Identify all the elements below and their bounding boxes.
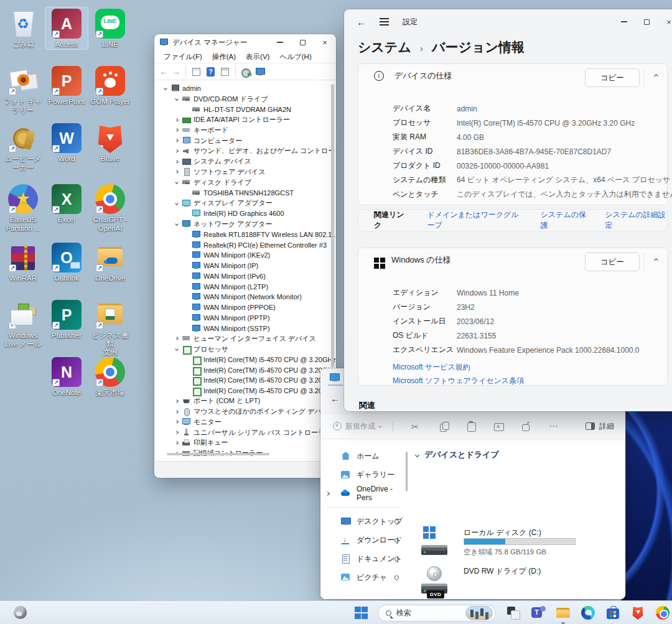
device-tree-item[interactable]: Intel(R) HD Graphics 4600 [192,208,335,219]
desktop-icon-access[interactable]: Access [45,7,88,49]
license-link[interactable]: Microsoft サービス規約 [393,362,524,373]
back-icon[interactable]: ← [330,393,340,404]
menu-item[interactable]: ファイル(F) [159,51,207,63]
device-tree-item[interactable]: WAN Miniport (L2TP) [192,281,335,292]
desktop-icon-movie-maker[interactable]: ムービーメーカー [2,122,44,172]
device-tree-item[interactable]: WAN Miniport (PPTP) [192,313,335,324]
desktop-icon-winrar[interactable]: WinRAR [2,241,44,283]
desktop-icon-publisher[interactable]: Publisher [45,299,88,340]
expand-chevron-icon[interactable] [171,421,182,423]
device-tree-item[interactable]: ネットワーク アダプター [171,219,335,230]
device-tree-item[interactable]: ヒューマン インターフェイス デバイス [171,333,335,344]
devices-icon[interactable] [255,67,266,77]
desktop-icon-line[interactable]: LINE [89,7,131,49]
details-view-button[interactable]: 詳細 [586,421,614,432]
desktop-icon-onedrive[interactable]: OneDrive [89,241,131,283]
device-manager-titlebar[interactable]: デバイス マネージャー × [154,34,336,50]
device-tree-item[interactable]: Intel(R) Core(TM) i5-4570 CPU @ 3.20GHz [192,386,335,396]
device-tree-item[interactable]: ディスプレイ アダプター [171,198,335,208]
desktop-icon-excel[interactable]: Excel [45,183,88,225]
expand-chevron-icon[interactable] [160,87,171,90]
close-button[interactable]: × [314,34,336,50]
console-tree-icon[interactable] [191,67,202,77]
related-link[interactable]: システムの詳細設定 [605,210,667,231]
scan-hardware-icon[interactable] [241,67,251,77]
desktop-icon-recycle-bin[interactable]: ごみ箱 [2,7,44,49]
start-button[interactable] [355,607,368,620]
device-tree-item[interactable]: ディスク ドライブ [171,177,335,188]
rename-icon[interactable] [493,421,504,432]
back-icon[interactable]: ← [357,17,366,27]
close-button[interactable]: × [658,9,672,34]
file-explorer-icon[interactable] [556,605,571,620]
license-link[interactable]: Microsoft ソフトウェアライセンス条項 [393,376,524,386]
expand-chevron-icon[interactable] [171,119,182,121]
device-tree-item[interactable]: WAN Miniport (IKEv2) [192,250,335,261]
device-tree-item[interactable]: Realtek RTL8188FTV Wireless LAN 802.11n [192,230,335,240]
more-options-icon[interactable] [548,421,559,432]
device-tree-item[interactable]: Intel(R) Core(TM) i5-4570 CPU @ 3.20GHz [192,355,335,365]
sidebar-item-picture[interactable]: ピクチャ [320,568,408,587]
minimize-button[interactable] [269,34,291,50]
copy-icon[interactable] [439,421,449,432]
device-tree-item[interactable]: ソフトウェア デバイス [171,167,335,177]
properties-icon[interactable] [220,67,230,77]
copy-button[interactable]: コピー [585,68,640,87]
device-tree-item[interactable]: モニター [171,417,335,427]
device-tree-item[interactable]: Intel(R) Core(TM) i5-4570 CPU @ 3.20GHz [192,365,335,375]
back-icon[interactable]: ← [159,67,168,76]
expand-chevron-icon[interactable] [171,139,182,142]
drive-item[interactable]: DVDDVD RW ドライブ (D:) [421,565,447,595]
device-tree-item[interactable]: admin [160,83,335,94]
menu-item[interactable]: 表示(V) [241,51,274,63]
copy-button[interactable]: コピー [585,253,640,271]
device-tree-item[interactable]: Intel(R) Core(TM) i5-4570 CPU @ 3.20GHz [192,375,335,386]
device-tree-item[interactable]: WAN Miniport (PPPOE) [192,302,335,313]
device-tree-item[interactable]: 印刷キュー [171,438,335,449]
device-tree-item[interactable]: マウスとそのほかのポインティング デバイス [171,406,335,417]
sidebar-item-download[interactable]: ダウンロード [320,531,408,549]
chevron-right-icon[interactable] [325,491,330,495]
sidebar-item-home[interactable]: ホーム [320,447,408,465]
collapse-chevron-icon[interactable] [654,74,658,78]
vertical-scrollbar[interactable] [331,84,334,367]
desktop-icon-powerpoint[interactable]: PowerPoint [45,65,88,106]
search-box[interactable]: 検索 [378,605,496,622]
expand-chevron-icon[interactable] [171,150,182,152]
desktop-icon-outlook[interactable]: Outlook [45,241,88,283]
hamburger-menu-icon[interactable] [380,18,389,19]
desktop-icon-business-docs[interactable]: ビジネス書類文例 [89,299,131,357]
desktop-icon-easeus-partition[interactable]: EaseUSPartition ... [2,183,44,233]
expand-chevron-icon[interactable] [171,337,182,340]
expand-chevron-icon[interactable] [171,129,182,131]
share-icon[interactable] [521,421,531,432]
brave-icon[interactable] [630,605,645,620]
microsoft-store-icon[interactable] [605,605,620,620]
expand-chevron-icon[interactable] [171,223,182,225]
breadcrumb-system[interactable]: システム [358,39,411,56]
sidebar-item-gallery[interactable]: ギャラリー [320,465,408,484]
related-link[interactable]: ドメインまたはワークグループ [427,210,524,231]
sidebar-item-document[interactable]: ドキュメント [320,549,408,568]
device-tree-item[interactable]: WAN Miniport (IP) [192,261,335,271]
chrome-icon[interactable] [655,605,670,620]
device-tree-item[interactable]: TOSHIBA THNSNH128GCST [192,188,335,198]
desktop-icon-rakuten-ichiba[interactable]: 楽天市場 [89,356,131,398]
menu-item[interactable]: ヘルプ(H) [275,51,315,63]
maximize-button[interactable] [291,34,314,50]
device-tree-item[interactable]: システム デバイス [171,156,335,167]
desktop-icon-gom-player[interactable]: GOM Player [89,65,131,106]
paste-icon[interactable] [466,421,477,432]
desktop-icon-windows-live-mail[interactable]: WindowsLive メール [2,299,44,348]
teams-icon[interactable] [531,605,546,620]
device-tree-item[interactable]: WAN Miniport (IPv6) [192,271,335,282]
menu-item[interactable]: 操作(A) [208,51,240,63]
related-link[interactable]: システムの保護 [541,210,589,231]
device-tree-item[interactable]: キーボード [171,125,335,136]
expand-chevron-icon[interactable] [171,442,182,444]
device-tree-item[interactable]: IDE ATA/ATAPI コントローラー [171,114,335,125]
desktop-icon-photo-gallery[interactable]: フォト ギャラリー [2,65,44,114]
expand-chevron-icon[interactable] [171,161,182,163]
device-tree-item[interactable]: Realtek(R) PCI(e) Ethernet Controller #3 [192,240,335,250]
devices-and-drives-section-header[interactable]: デバイスとドライブ [416,449,499,460]
